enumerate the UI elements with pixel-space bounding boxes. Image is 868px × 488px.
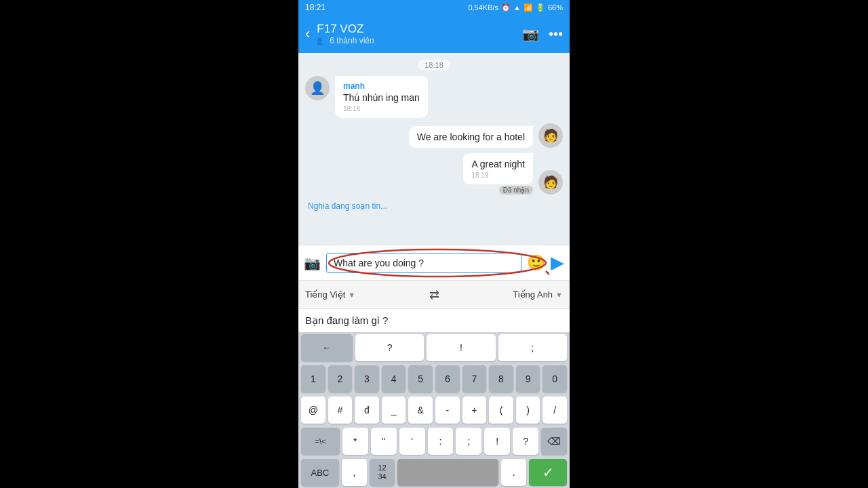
my-avatar-1: 🧑 (538, 123, 563, 148)
incoming-text: Thú nhún ing man (343, 92, 420, 103)
key-slash[interactable]: / (542, 396, 567, 424)
alarm-icon: ⏰ (501, 3, 511, 12)
source-language-select[interactable]: Tiếng Việt ▼ (305, 289, 355, 300)
app-bar-info: F17 VOZ 👥 6 thành viên (317, 22, 522, 45)
key-comma[interactable]: , (342, 459, 367, 486)
key-9[interactable]: 9 (516, 365, 540, 392)
key-squote[interactable]: ' (399, 428, 425, 455)
key-hash[interactable]: # (328, 396, 353, 424)
incoming-bubble: manh Thú nhún ing man 18:18 (335, 76, 428, 118)
key-question2[interactable]: ? (513, 428, 538, 455)
member-count: 6 thành viên (330, 36, 374, 45)
outgoing-bubble-2: A great night 18:19 (463, 153, 533, 184)
outgoing-text-2: A great night (471, 159, 525, 169)
battery-icon: 🔋 (536, 3, 545, 12)
keyboard-row-symbols: @ # đ _ & - + ( ) / (298, 394, 570, 426)
camera-icon[interactable]: 📷 (522, 26, 539, 42)
source-lang-label: Tiếng Việt (305, 289, 345, 300)
key-open-paren[interactable]: ( (489, 396, 513, 424)
key-2[interactable]: 2 (328, 365, 353, 392)
outgoing-time-2: 18:19 (471, 171, 525, 179)
app-bar: ‹ F17 VOZ 👥 6 thành viên 📷 ••• (298, 15, 570, 53)
key-numbers-toggle[interactable]: 1234 (370, 459, 395, 486)
network-speed: 0,54KB/s (468, 3, 498, 12)
message-status: Đã nhận (499, 186, 533, 195)
key-enter[interactable]: ✓ (529, 459, 567, 486)
sender-avatar: 👤 (305, 76, 330, 100)
key-5[interactable]: 5 (408, 365, 433, 392)
target-lang-label: Tiếng Anh (513, 289, 553, 300)
signal-icon: 📶 (524, 3, 533, 12)
key-exclaim2[interactable]: ! (484, 428, 510, 455)
input-camera-icon[interactable]: 📷 (304, 255, 321, 271)
key-close-paren[interactable]: ) (516, 396, 540, 424)
key-exclaim[interactable]: ! (427, 334, 495, 361)
wifi-icon: ▲ (513, 3, 521, 12)
key-at[interactable]: @ (301, 396, 326, 424)
my-avatar-2: 🧑 (538, 170, 563, 195)
chat-timestamp: 18:18 (418, 60, 450, 70)
key-back[interactable]: ← (301, 334, 353, 361)
key-ampersand[interactable]: & (408, 396, 433, 424)
key-3[interactable]: 3 (355, 365, 379, 392)
target-language-select[interactable]: Tiếng Anh ▼ (513, 289, 563, 300)
keyboard-row-numbers: 1 2 3 4 5 6 7 8 9 0 (298, 363, 570, 394)
translation-input-area (298, 308, 570, 332)
keyboard-row-1: ← ? ! ; (298, 332, 570, 363)
outgoing-message-2: 🧑 A great night 18:19 Đã nhận (305, 153, 563, 195)
sender-name: manh (343, 81, 420, 91)
status-icons: 0,54KB/s ⏰ ▲ 📶 🔋 66% (468, 3, 563, 12)
translation-input-field[interactable] (305, 315, 563, 327)
key-6[interactable]: 6 (435, 365, 460, 392)
status-bar: 18:21 0,54KB/s ⏰ ▲ 📶 🔋 66% (298, 0, 570, 15)
key-7[interactable]: 7 (462, 365, 487, 392)
key-minus[interactable]: - (435, 396, 460, 424)
group-icon: 👥 (317, 36, 327, 45)
target-lang-arrow: ▼ (555, 291, 563, 299)
back-button[interactable]: ‹ (305, 25, 310, 43)
swap-languages-button[interactable]: ⇄ (358, 287, 510, 302)
source-lang-arrow: ▼ (348, 291, 355, 299)
key-4[interactable]: 4 (382, 365, 406, 392)
key-colon[interactable]: : (428, 428, 454, 455)
key-semicolon-top[interactable]: ; (498, 334, 567, 361)
status-time: 18:21 (305, 3, 326, 12)
key-asterisk[interactable]: * (342, 428, 368, 455)
emoji-icon[interactable]: 🙂 (527, 254, 545, 272)
chat-title: F17 VOZ (317, 22, 522, 36)
key-backspace[interactable]: ⌫ (541, 428, 567, 455)
outgoing-message-2-wrapper: A great night 18:19 Đã nhận (463, 153, 533, 195)
send-button[interactable]: ▶ (551, 252, 564, 273)
outgoing-bubble-1: We are looking for a hotel (409, 126, 533, 148)
incoming-time: 18:18 (343, 105, 420, 113)
message-input[interactable] (326, 253, 521, 273)
key-d-stroke[interactable]: đ (355, 396, 379, 424)
chat-area: 18:18 👤 manh Thú nhún ing man 18:18 🧑 We… (298, 53, 570, 245)
incoming-message: 👤 manh Thú nhún ing man 18:18 (305, 76, 563, 118)
key-semicolon[interactable]: ; (456, 428, 481, 455)
key-plus[interactable]: + (462, 396, 487, 424)
key-8[interactable]: 8 (489, 365, 513, 392)
key-0[interactable]: 0 (542, 365, 567, 392)
typing-indicator: Nghia đang soạn tin... (305, 200, 563, 212)
key-1[interactable]: 1 (301, 365, 326, 392)
keyboard-row-bottom: ABC , 1234 . ✓ (298, 457, 570, 488)
chat-subtitle: 👥 6 thành viên (317, 36, 522, 45)
battery-percent: 66% (548, 3, 563, 12)
outgoing-message-1: 🧑 We are looking for a hotel (305, 123, 563, 148)
key-space[interactable] (397, 459, 498, 486)
keyboard-row-special: =\< * " ' : ; ! ? ⌫ (298, 426, 570, 457)
message-input-area: 📷 🙂 ▶ (298, 245, 570, 280)
key-underscore[interactable]: _ (382, 396, 406, 424)
app-bar-actions: 📷 ••• (522, 26, 563, 42)
more-options-icon[interactable]: ••• (549, 26, 563, 42)
outgoing-text-1: We are looking for a hotel (417, 131, 525, 142)
key-abc[interactable]: ABC (301, 459, 339, 486)
translator-bar: Tiếng Việt ▼ ⇄ Tiếng Anh ▼ (298, 280, 570, 308)
key-question[interactable]: ? (355, 334, 424, 361)
key-symbols-toggle[interactable]: =\< (301, 428, 340, 455)
key-period[interactable]: . (501, 459, 526, 486)
keyboard: ← ? ! ; 1 2 3 4 5 6 7 8 9 0 @ # đ _ & - … (298, 332, 570, 488)
key-dquote[interactable]: " (371, 428, 397, 455)
